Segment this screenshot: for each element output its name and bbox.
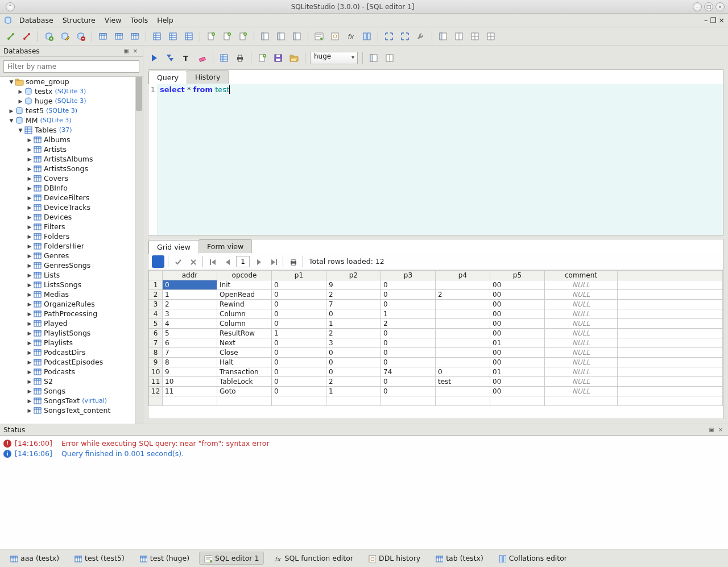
- cell[interactable]: [436, 338, 490, 348]
- format-button[interactable]: [180, 52, 192, 64]
- column-header[interactable]: p5: [490, 271, 545, 280]
- print-button[interactable]: [234, 52, 246, 64]
- cell[interactable]: 7: [326, 300, 381, 309]
- tree-arrow-icon[interactable]: ▶: [26, 330, 33, 336]
- tree-item[interactable]: ▶ Covers: [0, 173, 135, 183]
- connect-button[interactable]: [5, 30, 17, 43]
- tab-query[interactable]: Query: [148, 71, 187, 84]
- cell[interactable]: test: [436, 377, 490, 387]
- tree-arrow-icon[interactable]: ▼: [17, 127, 24, 133]
- result-grid[interactable]: addropcodep1p2p3p4p5comment 10Init09000N…: [148, 270, 723, 406]
- tree-item[interactable]: ▶ PodcastDirs: [0, 347, 135, 357]
- tree-item[interactable]: ▶ DeviceFilters: [0, 193, 135, 202]
- mdi-close-icon[interactable]: ×: [719, 16, 725, 24]
- tree-arrow-icon[interactable]: ▶: [26, 147, 33, 152]
- first-page-button[interactable]: [206, 255, 219, 268]
- save-script-button[interactable]: [272, 52, 284, 64]
- tree-item[interactable]: ▶ DeviceTracks: [0, 202, 135, 212]
- cell[interactable]: 0: [272, 309, 326, 319]
- tree-arrow-icon[interactable]: ▶: [26, 137, 33, 143]
- layout3-button[interactable]: [469, 30, 481, 43]
- tree-arrow-icon[interactable]: ▶: [26, 195, 33, 201]
- sql-editor-button[interactable]: [313, 30, 325, 43]
- tree-item[interactable]: ▶ PodcastEpisodes: [0, 357, 135, 367]
- bottom-tab-coll[interactable]: Collations editor: [493, 552, 572, 565]
- cell[interactable]: 00: [490, 358, 545, 367]
- print-results-button[interactable]: [287, 255, 299, 268]
- new-trigger-button[interactable]: [205, 30, 217, 43]
- cell[interactable]: 0: [436, 367, 490, 377]
- tree-arrow-icon[interactable]: ▶: [8, 108, 15, 114]
- cell[interactable]: 01: [490, 367, 545, 377]
- table-row[interactable]: 10Init09000NULL: [149, 280, 723, 290]
- bottom-tab-aaa[interactable]: aaa (testx): [5, 552, 64, 565]
- column-header[interactable]: opcode: [217, 271, 272, 280]
- tree-arrow-icon[interactable]: ▶: [26, 253, 33, 259]
- tree-item[interactable]: ▶ Genres: [0, 251, 135, 260]
- column-header[interactable]: p4: [436, 271, 490, 280]
- cell[interactable]: 2: [326, 290, 381, 300]
- edit-db-button[interactable]: [59, 30, 71, 43]
- cell[interactable]: 8: [163, 358, 217, 367]
- tree-arrow-icon[interactable]: ▶: [26, 176, 33, 181]
- cell[interactable]: 0: [272, 319, 326, 329]
- tree-item[interactable]: ▶ testx (SQLite 3): [0, 86, 135, 96]
- new-index-button[interactable]: [151, 30, 163, 43]
- add-db-button[interactable]: [43, 30, 55, 43]
- status-float-icon[interactable]: ▣: [708, 426, 715, 434]
- tree-item[interactable]: ▶ Filters: [0, 222, 135, 231]
- cell[interactable]: [436, 348, 490, 358]
- cell[interactable]: 0: [381, 290, 436, 300]
- tree-item[interactable]: ▶ Songs: [0, 386, 135, 396]
- bottom-tab-th[interactable]: test (huge): [134, 552, 195, 565]
- cell[interactable]: Rewind: [217, 300, 272, 309]
- cell[interactable]: Transaction: [217, 367, 272, 377]
- cell[interactable]: Column: [217, 309, 272, 319]
- cell[interactable]: NULL: [545, 338, 618, 348]
- cell[interactable]: 3: [326, 338, 381, 348]
- cell[interactable]: 1: [326, 319, 381, 329]
- cell[interactable]: NULL: [545, 348, 618, 358]
- tree-arrow-icon[interactable]: ▼: [8, 118, 15, 123]
- tree-item[interactable]: ▶ Playlists: [0, 338, 135, 347]
- tree-item[interactable]: ▶ Medias: [0, 289, 135, 299]
- cell[interactable]: [436, 309, 490, 319]
- table-row[interactable]: 21OpenRead020200NULL: [149, 290, 723, 300]
- cell[interactable]: NULL: [545, 358, 618, 367]
- cell[interactable]: 10: [163, 377, 217, 387]
- tree-scrollbar[interactable]: [135, 77, 143, 424]
- cell[interactable]: 2: [326, 377, 381, 387]
- cell[interactable]: NULL: [545, 300, 618, 309]
- table-row[interactable]: 43Column00100NULL: [149, 309, 723, 319]
- cell[interactable]: OpenRead: [217, 290, 272, 300]
- column-header[interactable]: addr: [163, 271, 217, 280]
- table-row[interactable]: 32Rewind07000NULL: [149, 300, 723, 309]
- cell[interactable]: 0: [326, 367, 381, 377]
- cell[interactable]: 0: [381, 280, 436, 290]
- cell[interactable]: 0: [326, 358, 381, 367]
- cell[interactable]: 0: [381, 329, 436, 338]
- tree-item[interactable]: ▶ OrganizeRules: [0, 299, 135, 309]
- tree-arrow-icon[interactable]: ▶: [26, 359, 33, 365]
- cell[interactable]: 6: [163, 338, 217, 348]
- expand-button[interactable]: [383, 30, 395, 43]
- cell[interactable]: 00: [490, 387, 545, 396]
- tree-arrow-icon[interactable]: ▶: [26, 185, 33, 191]
- cell[interactable]: 9: [326, 280, 381, 290]
- tree-item[interactable]: ▶ GenresSongs: [0, 260, 135, 270]
- pane-float-icon[interactable]: ▣: [122, 47, 130, 55]
- table-row[interactable]: 1110TableLock020test00NULL: [149, 377, 723, 387]
- new-script-button[interactable]: [256, 52, 268, 64]
- commit-button[interactable]: [172, 255, 184, 268]
- cell[interactable]: 0: [272, 358, 326, 367]
- tree-arrow-icon[interactable]: ▶: [26, 292, 33, 297]
- table-row[interactable]: 87Close00000NULL: [149, 348, 723, 358]
- tree-arrow-icon[interactable]: ▶: [26, 350, 33, 355]
- collapse-button[interactable]: [399, 30, 411, 43]
- tree-arrow-icon[interactable]: ▶: [26, 311, 33, 317]
- menu-structure[interactable]: Structure: [58, 14, 100, 26]
- bottom-tab-t5[interactable]: test (test5): [69, 552, 130, 565]
- next-page-button[interactable]: [252, 255, 264, 268]
- table-row[interactable]: 98Halt00000NULL: [149, 358, 723, 367]
- tree-item[interactable]: ▼ MM (SQLite 3): [0, 115, 135, 125]
